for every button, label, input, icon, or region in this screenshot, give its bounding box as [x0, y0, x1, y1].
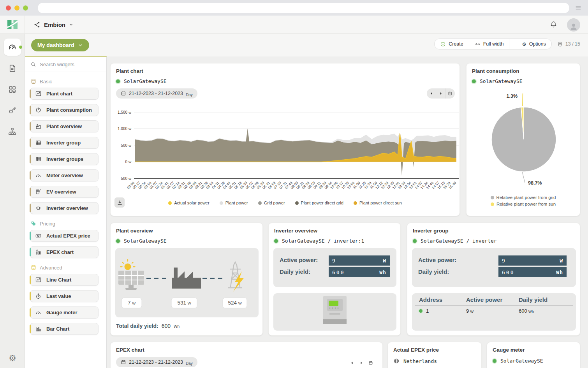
daily-yield-value: 600 [502, 269, 514, 275]
accent-bar [30, 232, 31, 240]
app-logo[interactable] [0, 16, 25, 34]
widget-item-label: Inverter groups [46, 156, 83, 162]
globe-icon [393, 358, 400, 364]
prev-period-button[interactable] [427, 88, 436, 99]
rail-item-hierarchy[interactable] [4, 123, 21, 140]
table-row[interactable]: 1 9W 600Wh [419, 308, 573, 314]
calendar-button[interactable] [445, 88, 455, 99]
options-button[interactable]: ⚙ Options [509, 39, 551, 49]
create-button[interactable]: Create [435, 39, 469, 49]
full-width-button[interactable]: Full width [469, 39, 510, 49]
caret-left-icon [350, 361, 354, 365]
browser-menu-icon[interactable] [574, 4, 583, 12]
widget-item-label: Actual EPEX price [46, 233, 90, 239]
region-name: Netherlands [403, 358, 437, 364]
energy-flow-diagram: 7 W 531 W 524 W [115, 248, 259, 317]
rail-item-access-keys[interactable] [4, 102, 21, 119]
sun-icon [121, 260, 135, 270]
widget-library-panel: BasicPlant chartPlant consumptionPlant o… [25, 56, 107, 368]
device-name: SolarGatewaySE / inverter [421, 238, 497, 244]
calendar-button[interactable] [366, 358, 375, 368]
widget-title: Inverter overview [274, 228, 317, 234]
widget-item-plant-consumption[interactable]: Plant consumption [30, 104, 99, 116]
legend-item-plant-power[interactable]: Plant power [220, 201, 248, 205]
browser-url-bar[interactable] [38, 3, 569, 13]
active-power-value-box: 9 W [498, 255, 567, 266]
widget-item-line-chart[interactable]: Line Chart [30, 274, 99, 286]
legend-item-grid-power[interactable]: Grid power [258, 201, 285, 205]
next-period-button[interactable] [357, 358, 366, 368]
rail-item-settings[interactable]: ⚙ [0, 354, 25, 363]
traffic-light-close[interactable] [6, 5, 11, 11]
widget-plant-consumption: Plant consumption SolarGatewaySE 1.3% 98… [466, 63, 580, 216]
widget-item-last-value[interactable]: Last value [30, 290, 99, 302]
inverter-device-icon [319, 295, 350, 329]
widget-item-inverter-overview[interactable]: Inverter overview [30, 202, 99, 214]
legend-item-plant-power-direct-sun[interactable]: Plant power direct sun [354, 201, 402, 205]
search-input[interactable] [40, 62, 98, 67]
calendar-icon [121, 91, 126, 96]
notifications-bell-icon[interactable] [549, 21, 558, 29]
daily-yield-value-box: 600 Wh [498, 267, 567, 277]
legend-item-relative-plant-power-from-sun[interactable]: Relative plant power from sun [491, 202, 556, 206]
widget-count: 13 / 15 [557, 41, 580, 47]
caret-left-icon [429, 91, 434, 96]
widget-item-label: Plant overview [46, 123, 82, 129]
cell-yield: 600 [519, 308, 527, 314]
status-dot [116, 79, 120, 83]
widget-item-label: Last value [46, 293, 71, 299]
daily-yield-value: 600 [332, 269, 345, 275]
hierarchy-icon [8, 127, 17, 136]
date-range-label: 21-12-2023 - 21-12-2023 [129, 359, 183, 365]
user-avatar[interactable] [567, 18, 580, 32]
widget-item-actual-epex-price[interactable]: Actual EPEX price [30, 230, 99, 242]
options-label: Options [529, 41, 546, 47]
accent-bar [30, 248, 31, 256]
date-range-picker[interactable]: 21-12-2023 - 21-12-2023 Day [116, 357, 197, 367]
widget-item-meter-overview[interactable]: Meter overview [30, 169, 99, 181]
widget-item-bar-chart[interactable]: Bar Chart [30, 323, 99, 335]
inverter-values-panel: Active power: 9 W Daily yield: 600 Wh [273, 248, 396, 287]
date-range-picker[interactable]: 21-12-2023 - 21-12-2023 Day [116, 88, 197, 99]
legend-item-relative-plant-power-from-grid[interactable]: Relative plant power from grid [491, 195, 556, 200]
traffic-light-minimize[interactable] [14, 5, 19, 11]
h-logo-icon [7, 19, 18, 30]
accent-bar [30, 325, 31, 333]
accent-bar [30, 90, 31, 98]
svg-text:0 W: 0 W [125, 160, 132, 164]
legend-dot [295, 201, 299, 205]
caret-right-icon [359, 361, 364, 365]
solar-panel-icon [118, 271, 144, 290]
chart-nav [427, 88, 455, 99]
accent-bar [30, 204, 31, 212]
next-period-button[interactable] [436, 88, 445, 99]
table-divider [415, 305, 573, 306]
rail-item-dashboards[interactable] [4, 39, 21, 56]
prev-period-button[interactable] [347, 358, 357, 368]
widget-item-epex-chart[interactable]: EPEX chart [30, 246, 99, 258]
legend-item-actual-solar-power[interactable]: Actual solar power [168, 201, 209, 205]
coin-icon [35, 232, 42, 239]
widget-item-inverter-group[interactable]: Inverter group [30, 137, 99, 149]
daily-yield-unit: Wh [379, 269, 386, 275]
stopwatch-icon [35, 293, 42, 299]
legend-item-plant-power-direct-grid[interactable]: Plant power direct grid [295, 201, 343, 205]
widget-item-inverter-groups[interactable]: Inverter groups [30, 153, 99, 165]
share-network-icon [33, 21, 41, 28]
widget-item-plant-chart[interactable]: Plant chart [30, 88, 99, 100]
rail-item-widgets[interactable] [4, 81, 21, 98]
widget-item-plant-overview[interactable]: Plant overview [30, 120, 99, 132]
daily-yield-unit: Wh [556, 269, 563, 275]
traffic-light-maximize[interactable] [23, 5, 28, 11]
rail-item-invoices[interactable] [4, 60, 21, 77]
widget-title: Actual EPEX price [393, 347, 439, 353]
active-power-value: 9 [332, 258, 336, 264]
widget-item-ev-overview[interactable]: EV overview [30, 186, 99, 198]
accent-bar [30, 171, 31, 180]
accent-bar [30, 292, 31, 300]
active-dot [19, 46, 22, 49]
factory-icon [35, 123, 42, 130]
org-switcher[interactable]: Embion [33, 21, 74, 28]
widget-item-gauge-meter[interactable]: Gauge meter [30, 306, 99, 319]
dashboard-selector-button[interactable]: My dashboard [31, 39, 89, 51]
